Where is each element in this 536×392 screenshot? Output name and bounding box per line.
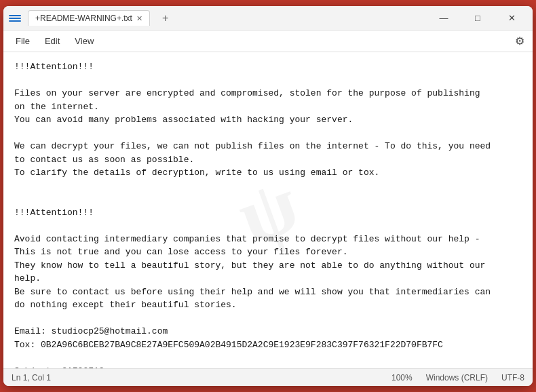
tab-close-button[interactable]: ✕ [136,15,142,22]
text-editor-area[interactable]: ψ !!!Attention!!! Files on your server a… [3,52,533,368]
active-tab[interactable]: +README-WARNING+.txt ✕ [28,10,150,26]
title-bar-left: +README-WARNING+.txt ✕ + [9,10,428,26]
maximize-button[interactable]: □ [462,7,493,29]
encoding[interactable]: UTF-8 [501,373,524,383]
file-menu[interactable]: File [9,33,37,49]
line-ending[interactable]: Windows (CRLF) [426,373,488,383]
view-menu[interactable]: View [68,33,100,49]
new-tab-button[interactable]: + [158,11,172,26]
document-text: !!!Attention!!! Files on your server are… [14,60,522,368]
cursor-position: Ln 1, Col 1 [12,373,51,383]
tab-label: +README-WARNING+.txt [35,14,132,23]
status-right: 100% Windows (CRLF) UTF-8 [391,373,524,383]
status-bar: Ln 1, Col 1 100% Windows (CRLF) UTF-8 [3,368,533,386]
menu-items: File Edit View [9,33,100,49]
app-icon [9,12,21,24]
title-bar: +README-WARNING+.txt ✕ + — □ ✕ [3,6,533,31]
window-controls: — □ ✕ [428,7,527,29]
edit-menu[interactable]: Edit [38,33,66,49]
status-left: Ln 1, Col 1 [12,373,51,383]
settings-button[interactable]: ⚙ [512,32,527,50]
close-button[interactable]: ✕ [496,7,527,29]
zoom-level[interactable]: 100% [391,373,413,383]
minimize-button[interactable]: — [428,7,459,29]
notepad-window: +README-WARNING+.txt ✕ + — □ ✕ File Edit… [3,6,533,386]
menu-bar: File Edit View ⚙ [3,31,533,52]
